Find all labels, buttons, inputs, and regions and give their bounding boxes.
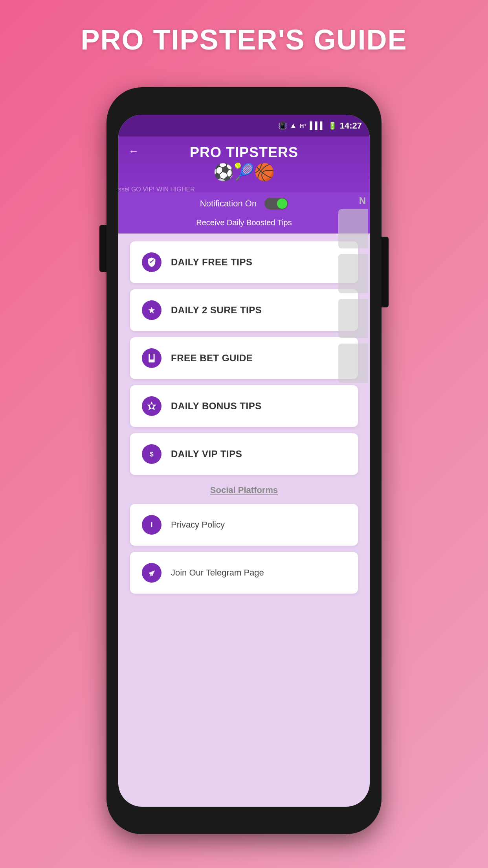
menu-item-daily-free-tips[interactable]: DAILY FREE TIPS bbox=[130, 241, 358, 283]
status-time: 14:27 bbox=[340, 121, 362, 131]
menu-area: DAILY FREE TIPS DAILY 2 SURE TIPS bbox=[118, 234, 370, 601]
shield-check-icon bbox=[142, 252, 161, 272]
phone-mockup: 📳 ▲ H⁺ ▌▌▌ 🔋 14:27 ← PRO TIPSTERS ⚽🎾🏀 ss… bbox=[106, 87, 382, 834]
n-hint: N bbox=[359, 195, 366, 206]
star-badge-icon bbox=[142, 396, 161, 416]
menu-item-privacy-policy[interactable]: i Privacy Policy bbox=[130, 504, 358, 546]
status-icons: 📳 ▲ H⁺ ▌▌▌ 🔋 14:27 bbox=[278, 121, 362, 131]
vip-hint: ssel GO VIP! WIN HIGHER ODDS bbox=[118, 186, 197, 193]
sport-emojis: ⚽🎾🏀 bbox=[130, 164, 358, 180]
menu-item-daily-vip-tips[interactable]: $ DAILY VIP TIPS bbox=[130, 433, 358, 475]
app-title: PRO TIPSTERS bbox=[130, 144, 358, 161]
app-header: ← PRO TIPSTERS ⚽🎾🏀 ssel GO VIP! WIN HIGH… bbox=[118, 136, 370, 192]
battery-icon: 🔋 bbox=[328, 121, 337, 130]
join-telegram-label: Join Our Telegram Page bbox=[171, 568, 264, 578]
partial-tile-1 bbox=[338, 209, 368, 248]
daily-bonus-tips-label: DAILY BONUS TIPS bbox=[171, 401, 262, 412]
telegram-icon bbox=[142, 563, 161, 583]
page-title: PRO TIPSTER'S GUIDE bbox=[81, 24, 407, 56]
social-platforms-title: Social Platforms bbox=[210, 485, 278, 495]
notification-label: Notification On bbox=[200, 199, 257, 209]
dollar-circle-icon: $ bbox=[142, 444, 161, 464]
svg-text:i: i bbox=[150, 520, 152, 529]
network-icon: H⁺ bbox=[300, 123, 306, 129]
wifi-icon: ▲ bbox=[290, 121, 297, 130]
partial-tile-2 bbox=[338, 254, 368, 293]
back-button[interactable]: ← bbox=[128, 145, 139, 158]
daily-2-sure-tips-label: DAILY 2 SURE TIPS bbox=[171, 305, 262, 316]
free-bet-guide-label: FREE BET GUIDE bbox=[171, 353, 253, 364]
toggle-knob bbox=[277, 199, 287, 209]
notification-row: Notification On bbox=[118, 192, 370, 215]
info-circle-icon: i bbox=[142, 515, 161, 535]
daily-free-tips-label: DAILY FREE TIPS bbox=[171, 257, 253, 268]
privacy-policy-label: Privacy Policy bbox=[171, 520, 225, 530]
partial-tile-4 bbox=[338, 344, 368, 383]
svg-point-6 bbox=[150, 404, 153, 408]
star-circle-icon bbox=[142, 300, 161, 320]
svg-text:$: $ bbox=[150, 451, 153, 458]
boosted-tips-text: Receive Daily Boosted Tips bbox=[118, 215, 370, 234]
partial-tile-3 bbox=[338, 299, 368, 338]
status-bar: 📳 ▲ H⁺ ▌▌▌ 🔋 14:27 bbox=[118, 115, 370, 136]
menu-item-daily-bonus-tips[interactable]: DAILY BONUS TIPS bbox=[130, 385, 358, 427]
signal-icon: ▌▌▌ bbox=[310, 121, 325, 130]
menu-item-daily-2-sure-tips[interactable]: DAILY 2 SURE TIPS bbox=[130, 289, 358, 331]
vibrate-icon: 📳 bbox=[278, 121, 287, 130]
notification-toggle[interactable] bbox=[264, 198, 288, 210]
menu-item-free-bet-guide[interactable]: FREE BET GUIDE bbox=[130, 337, 358, 379]
bookmark-icon bbox=[142, 348, 161, 368]
daily-vip-tips-label: DAILY VIP TIPS bbox=[171, 449, 242, 460]
right-partial-tiles bbox=[338, 209, 370, 383]
menu-item-join-telegram[interactable]: Join Our Telegram Page bbox=[130, 552, 358, 594]
svg-rect-4 bbox=[150, 354, 153, 360]
phone-screen: 📳 ▲ H⁺ ▌▌▌ 🔋 14:27 ← PRO TIPSTERS ⚽🎾🏀 ss… bbox=[118, 115, 370, 807]
social-platforms-header: Social Platforms bbox=[130, 481, 358, 498]
